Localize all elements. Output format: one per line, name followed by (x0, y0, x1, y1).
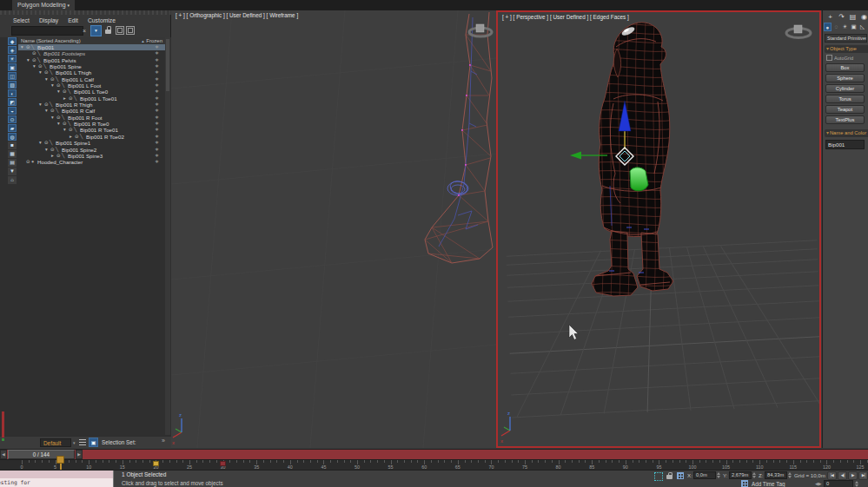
visibility-eye-icon[interactable]: ⊙ (56, 153, 61, 159)
visibility-eye-icon[interactable]: ⊙ (56, 82, 61, 89)
primitive-type-dropdown[interactable]: Standard Primitives (825, 34, 867, 43)
display-filter-icon-8[interactable]: ◒ (8, 107, 17, 115)
shapes-category[interactable]: ◌ (832, 23, 840, 31)
tree-row-hooded-character[interactable]: ⊙●Hooded_Character∗ (18, 159, 165, 165)
tree-row-label[interactable]: Bip001 R Foot (68, 115, 103, 121)
time-tag-icon[interactable] (741, 480, 748, 487)
isolate-toggle-icon[interactable] (79, 439, 86, 446)
viewport-left-label[interactable]: [ + ] [ Orthographic ] [ User Defined ] … (176, 12, 298, 18)
tree-row-bip001-l-foot[interactable]: ▾⊙╲Bip001 L Foot∗ (18, 82, 165, 89)
add-time-tag-label[interactable]: Add Time Tag (752, 481, 785, 487)
go-to-start-button[interactable]: |◀ (827, 471, 837, 480)
frozen-icon[interactable]: ∗ (155, 115, 159, 121)
frozen-icon[interactable]: ∗ (155, 159, 159, 165)
menu-customize[interactable]: Customize (88, 16, 116, 25)
visibility-eye-icon[interactable]: ⊙ (26, 44, 30, 50)
tree-row-label[interactable]: Bip001 Pelvis (43, 57, 76, 63)
tree-row-bip001[interactable]: ▾⊙╲Bip001∗ (18, 44, 165, 50)
collapse-icon[interactable]: ▾ (63, 127, 66, 133)
display-filter-icon-5[interactable]: ▨ (8, 81, 17, 89)
collapse-icon[interactable]: ▾ (27, 57, 30, 63)
tree-row-label[interactable]: Bip001 Spine2 (62, 147, 96, 153)
timeline-key-frame-30[interactable] (220, 461, 226, 467)
motion-tab[interactable]: ◉ (859, 12, 868, 22)
lights-category[interactable]: ☀ (841, 23, 849, 31)
viewport-right-label[interactable]: [ + ] [ Perspective ] [ User Defined ] [… (502, 14, 629, 20)
visibility-eye-icon[interactable]: ⊙ (63, 121, 67, 127)
tree-row-label[interactable]: Bip001 L Calf (62, 76, 94, 82)
visibility-eye-icon[interactable]: ⊙ (56, 115, 61, 121)
explorer-tool-icon-1[interactable]: ▦ (8, 150, 17, 158)
tree-row-bip001-spine2[interactable]: ▾⊙╲Bip001 Spine2∗ (18, 147, 165, 153)
visibility-eye-icon[interactable]: ⊙ (69, 127, 73, 133)
collapse-icon[interactable]: ▾ (57, 121, 60, 127)
tree-row-bip001-l-toe01[interactable]: ▸⊙╲Bip001 L Toe01∗ (18, 95, 165, 102)
gizmo-y-arrow[interactable] (570, 152, 581, 160)
display-filter-icon-0[interactable]: ◆ (8, 37, 17, 45)
display-filter-icon-7[interactable]: ◩ (8, 98, 17, 106)
menu-edit[interactable]: Edit (68, 16, 78, 25)
tree-row-bip001-footsteps[interactable]: ⊙╲Bip001 Footsteps∗ (18, 50, 165, 56)
frozen-icon[interactable]: ∗ (155, 140, 159, 146)
tree-row-label[interactable]: Bip001 L Toe01 (80, 95, 117, 102)
collapse-icon[interactable]: ▾ (45, 147, 48, 153)
selection-region-icon[interactable] (654, 472, 663, 481)
visibility-eye-icon[interactable]: ⊙ (44, 140, 49, 146)
chevron-down-icon[interactable]: ▾ (73, 438, 76, 447)
maxscript-mini-listener[interactable]: esting for (0, 471, 114, 487)
create-textplus-button[interactable]: TextPlus (825, 115, 865, 124)
slider-next-button[interactable]: ▶ (76, 450, 83, 459)
previous-frame-button[interactable]: ◀| (838, 471, 847, 480)
tree-row-bip001-spine[interactable]: ▾⊙╲Bip001 Spine∗ (18, 63, 165, 69)
timeline-pin[interactable] (56, 456, 64, 464)
tree-row-label[interactable]: Bip001 R Thigh (56, 102, 93, 108)
display-filter-icon-1[interactable]: ◈ (8, 46, 17, 54)
display-filter-icon-11[interactable]: ◍ (8, 133, 17, 141)
visibility-eye-icon[interactable]: ⊙ (38, 63, 43, 69)
tree-row-label[interactable]: Bip001 (37, 44, 54, 50)
collapse-icon[interactable]: ▾ (39, 102, 42, 108)
overflow-chevron[interactable]: » (162, 438, 165, 444)
collapse-icon[interactable]: ▾ (51, 82, 54, 89)
frozen-icon[interactable]: ∗ (155, 134, 159, 140)
tree-row-label[interactable]: Bip001 L Thigh (56, 69, 91, 76)
display-filter-icon-2[interactable]: ☀ (8, 55, 17, 63)
visibility-eye-icon[interactable]: ⊙ (63, 89, 67, 95)
cameras-category[interactable]: ▣ (850, 23, 858, 31)
explorer-scrollbar[interactable] (165, 37, 170, 435)
frozen-icon[interactable]: ∗ (155, 127, 159, 133)
modify-tab[interactable]: ↷ (837, 12, 846, 22)
visibility-eye-icon[interactable]: ⊙ (44, 69, 49, 76)
create-tab[interactable]: + (825, 12, 835, 22)
tree-row-label[interactable]: Bip001 L Toe0 (74, 89, 108, 95)
expand-icon[interactable]: ▸ (51, 153, 54, 159)
frozen-icon[interactable]: ∗ (155, 76, 159, 82)
collapse-icon[interactable]: ▾ (51, 115, 54, 121)
tree-row-bip001-r-toe02[interactable]: ▸⊙╲Bip001 R Toe02∗ (18, 134, 165, 140)
visibility-eye-icon[interactable]: ⊙ (69, 95, 73, 102)
frozen-icon[interactable]: ∗ (155, 44, 159, 50)
clear-search-icon[interactable]: × (83, 26, 86, 36)
visibility-eye-icon[interactable]: ⊙ (26, 159, 30, 165)
tree-row-bip001-pelvis[interactable]: ▾⊙╲Bip001 Pelvis∗ (18, 57, 165, 63)
autogrid-checkbox[interactable] (826, 55, 832, 61)
display-filter-icon-4[interactable]: ◫ (8, 72, 17, 80)
workspace-tab-polygon-modeling[interactable]: Polygon Modeling ▾ (12, 0, 75, 10)
frozen-icon[interactable]: ∗ (155, 89, 159, 95)
frozen-icon[interactable]: ∗ (155, 102, 159, 108)
expand-icon[interactable]: ▸ (70, 134, 72, 140)
display-filter-icon-10[interactable]: ▰ (8, 124, 17, 132)
tree-row-bip001-r-foot[interactable]: ▾⊙╲Bip001 R Foot∗ (18, 115, 165, 121)
frozen-icon[interactable]: ∗ (155, 147, 159, 153)
explorer-tool-icon-3[interactable]: ▼ (8, 168, 17, 175)
frame-step-arrows[interactable]: ◀▶ (815, 481, 822, 486)
collapse-icon[interactable]: ▾ (21, 44, 23, 50)
viewport-orthographic[interactable]: [ + ] [ Orthographic ] [ User Defined ] … (171, 10, 496, 448)
viewcube-icon[interactable] (786, 25, 811, 38)
y-spinner[interactable] (752, 471, 757, 479)
edit-selection-set-icon[interactable] (126, 26, 135, 35)
tree-row-label[interactable]: Bip001 Footsteps (43, 50, 85, 56)
time-slider-handle[interactable]: 0 / 144 (8, 450, 75, 459)
tree-row-bip001-l-thigh[interactable]: ▾⊙╲Bip001 L Thigh∗ (18, 69, 165, 76)
macro-recorder-line[interactable] (0, 471, 113, 478)
